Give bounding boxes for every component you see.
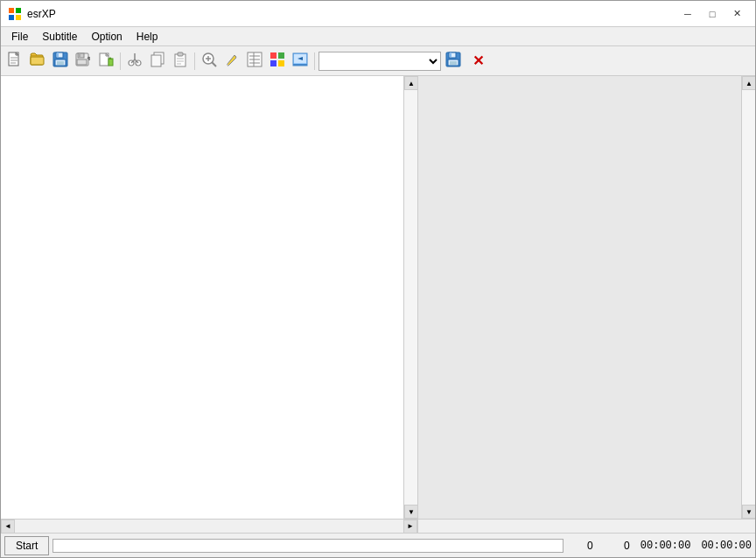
right-panel: ▲ ▼ xyxy=(418,76,755,533)
toolbar: ✕ xyxy=(1,46,755,76)
svg-rect-24 xyxy=(108,59,113,66)
status-bar: Start 0 0 00:00:00 00:00:00 xyxy=(1,533,755,557)
svg-rect-3 xyxy=(16,15,21,20)
svg-rect-0 xyxy=(9,8,14,13)
menu-help[interactable]: Help xyxy=(130,28,165,45)
status-time1: 00:00:00 xyxy=(640,540,691,552)
title-bar-left: esrXP xyxy=(8,7,56,21)
text-area-container: ▲ ▼ xyxy=(1,76,417,519)
floppy-icon xyxy=(445,52,461,70)
right-content: ▲ ▼ xyxy=(418,76,755,519)
svg-rect-1 xyxy=(16,8,21,13)
vscroll-track xyxy=(404,90,417,505)
copy-button[interactable] xyxy=(147,51,168,72)
svg-rect-2 xyxy=(9,15,14,20)
menu-subtitle[interactable]: Subtitle xyxy=(35,28,84,45)
export-button[interactable] xyxy=(95,51,116,72)
toolbar-separator-3 xyxy=(314,52,315,70)
svg-rect-32 xyxy=(151,55,161,66)
title-bar: esrXP ─ □ ✕ xyxy=(1,1,755,27)
status-count2: 0 xyxy=(604,540,630,552)
cut-button[interactable] xyxy=(124,51,145,72)
toolbar-separator-1 xyxy=(120,52,121,70)
color-button[interactable] xyxy=(267,51,288,72)
svg-line-39 xyxy=(212,62,216,66)
copy-icon xyxy=(150,52,165,70)
right-vscroll-down[interactable]: ▼ xyxy=(742,505,755,519)
new-button[interactable] xyxy=(4,51,25,72)
start-button[interactable]: Start xyxy=(4,536,49,555)
left-panel: ▲ ▼ ◄ ► xyxy=(1,76,418,533)
preview-icon xyxy=(292,52,308,70)
list-button[interactable] xyxy=(244,51,265,72)
svg-rect-51 xyxy=(278,52,284,59)
open-icon xyxy=(30,52,46,70)
pencil-button[interactable] xyxy=(221,51,242,72)
toolbar-right: ✕ xyxy=(443,51,488,72)
toolbar-dropdown[interactable] xyxy=(318,52,441,71)
window-title: esrXP xyxy=(27,8,56,20)
close-button[interactable]: ✕ xyxy=(725,5,748,23)
toolbar-save-button[interactable] xyxy=(443,51,464,72)
status-time2: 00:00:00 xyxy=(701,540,752,552)
svg-rect-18 xyxy=(79,53,80,57)
hscroll-left-arrow[interactable]: ◄ xyxy=(1,520,15,534)
app-icon xyxy=(8,7,22,21)
subtitle-text-area[interactable] xyxy=(1,76,403,519)
svg-rect-34 xyxy=(178,52,183,56)
svg-rect-19 xyxy=(77,59,87,65)
menu-file[interactable]: File xyxy=(4,28,35,45)
maximize-button[interactable]: □ xyxy=(701,5,724,23)
svg-rect-15 xyxy=(57,61,64,65)
preview-button[interactable] xyxy=(290,51,311,72)
svg-marker-42 xyxy=(227,55,236,66)
scissors-icon xyxy=(127,52,143,70)
list-icon xyxy=(247,52,262,70)
menu-option[interactable]: Option xyxy=(84,28,129,45)
svg-rect-50 xyxy=(270,52,276,59)
left-hscrollbar: ◄ ► xyxy=(1,519,417,533)
minimize-button[interactable]: ─ xyxy=(676,5,699,23)
svg-rect-52 xyxy=(270,60,276,66)
title-controls: ─ □ ✕ xyxy=(676,5,748,23)
toolbar-separator-2 xyxy=(194,52,195,70)
vscroll-up-arrow[interactable]: ▲ xyxy=(404,76,417,90)
save-icon xyxy=(52,52,68,70)
right-vscroll-track xyxy=(742,90,755,505)
right-hscrollbar xyxy=(418,519,755,533)
right-hscroll-track xyxy=(418,520,755,533)
svg-rect-13 xyxy=(57,52,59,57)
zoom-icon xyxy=(201,52,217,70)
svg-rect-10 xyxy=(31,57,44,65)
toolbar-delete-button[interactable]: ✕ xyxy=(467,51,488,72)
delete-icon: ✕ xyxy=(472,52,484,69)
left-vscrollbar: ▲ ▼ xyxy=(403,76,417,519)
paste-icon xyxy=(172,52,188,70)
svg-rect-62 xyxy=(450,61,457,65)
export-icon xyxy=(98,52,114,70)
paste-button[interactable] xyxy=(170,51,191,72)
zoom-button[interactable] xyxy=(199,51,220,72)
right-vscrollbar: ▲ ▼ xyxy=(741,76,755,519)
svg-rect-56 xyxy=(293,64,307,66)
save-as-button[interactable] xyxy=(73,51,94,72)
open-button[interactable] xyxy=(27,51,48,72)
save-as-icon xyxy=(75,52,91,70)
vscroll-down-arrow[interactable]: ▼ xyxy=(404,505,417,519)
status-numbers: 0 0 00:00:00 00:00:00 xyxy=(567,540,752,552)
progress-bar xyxy=(52,539,563,553)
svg-rect-53 xyxy=(278,60,284,66)
pencil-icon xyxy=(224,52,240,70)
new-icon xyxy=(7,52,23,70)
hscroll-right-arrow[interactable]: ► xyxy=(403,520,417,534)
right-vscroll-up[interactable]: ▲ xyxy=(742,76,755,90)
status-count1: 0 xyxy=(567,540,593,552)
main-window: esrXP ─ □ ✕ File Subtitle Option Help xyxy=(0,0,756,558)
menu-bar: File Subtitle Option Help xyxy=(1,27,755,46)
svg-rect-60 xyxy=(450,52,452,57)
save-button[interactable] xyxy=(50,51,71,72)
color-icon xyxy=(270,52,285,70)
main-content: ▲ ▼ ◄ ► ▲ ▼ xyxy=(1,76,755,533)
